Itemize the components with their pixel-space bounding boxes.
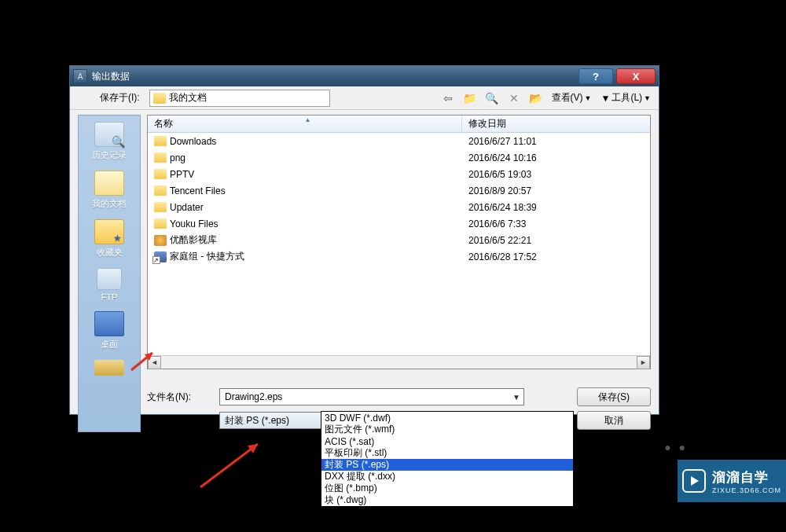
play-icon [682,469,706,493]
file-row[interactable]: Youku Files2016/6/6 7:33 [148,215,650,232]
file-name: Tencent Files [170,185,226,196]
folder-icon [154,136,167,146]
file-row[interactable]: 家庭组 - 快捷方式2016/6/28 17:52 [148,248,650,265]
watermark-title: 溜溜自学 [712,468,781,486]
file-name: PPTV [170,169,194,180]
svg-line-2 [200,444,258,487]
file-date: 2016/8/9 20:57 [462,185,650,196]
ellipsis-icon: ● ● [664,441,688,453]
folder-icon [154,202,167,212]
filetype-dropdown[interactable]: 3D DWF (*.dwf)图元文件 (*.wmf)ACIS (*.sat)平板… [321,411,574,507]
dialog-title: 输出数据 [92,70,130,83]
folder-icon [154,169,167,179]
desktop-icon [94,311,124,336]
file-row[interactable]: Updater2016/6/24 18:39 [148,199,650,215]
column-headers: 名称 ▲ 修改日期 [148,116,650,133]
titlebar: A 输出数据 ? X [70,66,659,86]
watermark-sub: ZIXUE.3D66.COM [712,486,781,494]
file-name: Updater [170,202,204,213]
place-desktop[interactable]: 桌面 [82,308,137,357]
history-icon [94,122,124,147]
tools-menu[interactable]: ▼ 工具(L) ▼ [601,91,651,105]
favorites-icon [94,219,124,244]
chevron-down-icon[interactable]: ▼ [512,393,520,402]
dropdown-item[interactable]: 图元文件 (*.wmf) [321,424,573,435]
file-name: Youku Files [170,218,219,229]
file-date: 2016/6/6 7:33 [462,218,650,229]
place-computer[interactable] [82,357,137,378]
dropdown-item[interactable]: 平板印刷 (*.stl) [321,447,573,459]
file-name: Downloads [170,136,216,147]
folder-icon [153,93,166,104]
view-menu[interactable]: 查看(V) ▼ [552,91,592,105]
filename-label: 文件名(N): [147,391,211,404]
place-ftp[interactable]: FTP [82,265,137,308]
save-in-label: 保存于(I): [100,91,140,105]
save-button[interactable]: 保存(S) [577,387,651,406]
app-icon [154,235,167,246]
file-rows: Downloads2016/6/27 11:01png2016/6/24 10:… [148,133,650,355]
dropdown-item[interactable]: 块 (*.dwg) [321,494,573,506]
documents-icon [94,171,124,196]
file-date: 2016/6/5 19:03 [462,169,650,180]
places-bar: 历史记录 我的文档 收藏夹 FTP 桌面 [78,115,141,432]
scroll-right-icon[interactable]: ► [637,356,650,369]
dropdown-item[interactable]: DXX 提取 (*.dxx) [321,471,573,482]
computer-icon [94,360,124,376]
back-icon[interactable]: ⇦ [442,92,454,105]
file-row[interactable]: png2016/6/24 10:16 [148,149,650,166]
filename-input[interactable]: Drawing2.eps ▼ [219,388,524,405]
folder-icon [154,218,167,229]
right-pane: 名称 ▲ 修改日期 Downloads2016/6/27 11:01png201… [144,110,659,437]
file-date: 2016/6/24 18:39 [462,202,650,213]
annotation-arrow-icon [196,436,267,491]
horizontal-scrollbar[interactable]: ◄ ► [148,355,650,369]
column-date[interactable]: 修改日期 [462,117,650,130]
help-button[interactable]: ? [578,68,613,84]
up-icon[interactable]: 📁 [464,92,476,105]
search-icon[interactable]: 🔍 [486,92,498,105]
file-row[interactable]: Tencent Files2016/8/9 20:57 [148,182,650,199]
folder-icon [154,152,167,163]
shortcut-icon [154,251,167,262]
folder-icon [154,185,167,196]
ftp-icon [97,268,122,290]
file-name: 优酷影视库 [170,233,217,247]
dropdown-item[interactable]: 3D DWF (*.dwf) [321,412,573,424]
location-text: 我的文档 [169,91,207,105]
file-date: 2016/6/28 17:52 [462,251,650,262]
dropdown-item[interactable]: ACIS (*.sat) [321,435,573,447]
place-documents[interactable]: 我的文档 [82,167,137,216]
cancel-button[interactable]: 取消 [577,411,651,430]
place-favorites[interactable]: 收藏夹 [82,216,137,265]
sort-indicator-icon: ▲ [305,116,311,123]
file-name: png [170,152,185,163]
svg-marker-3 [248,444,258,453]
file-row[interactable]: Downloads2016/6/27 11:01 [148,133,650,149]
toolbar: 保存于(I): 我的文档 ⇦ 📁 🔍 ✕ 📂 查看(V) ▼ ▼ 工具(L) ▼ [70,86,659,110]
file-row[interactable]: PPTV2016/6/5 19:03 [148,166,650,182]
file-date: 2016/6/27 11:01 [462,136,650,147]
filetype-label: 文件类型(T): [147,414,211,427]
location-combo[interactable]: 我的文档 [149,90,330,107]
save-dialog: A 输出数据 ? X 保存于(I): 我的文档 ⇦ 📁 🔍 ✕ 📂 查看(V) … [69,65,659,415]
file-name: 家庭组 - 快捷方式 [170,250,244,263]
scroll-left-icon[interactable]: ◄ [148,356,161,369]
newfolder-icon[interactable]: 📂 [530,92,542,105]
file-list: 名称 ▲ 修改日期 Downloads2016/6/27 11:01png201… [147,115,651,369]
file-date: 2016/6/5 22:21 [462,235,650,246]
place-history[interactable]: 历史记录 [82,119,137,167]
file-row[interactable]: 优酷影视库2016/6/5 22:21 [148,232,650,248]
close-button[interactable]: X [616,68,656,84]
file-date: 2016/6/24 10:16 [462,152,650,163]
column-name[interactable]: 名称 ▲ [148,116,462,132]
watermark: 溜溜自学 ZIXUE.3D66.COM [678,460,786,502]
dropdown-item[interactable]: 封装 PS (*.eps) [321,459,573,471]
delete-icon[interactable]: ✕ [508,92,520,105]
app-icon: A [73,69,87,83]
dropdown-item[interactable]: 位图 (*.bmp) [321,482,573,494]
